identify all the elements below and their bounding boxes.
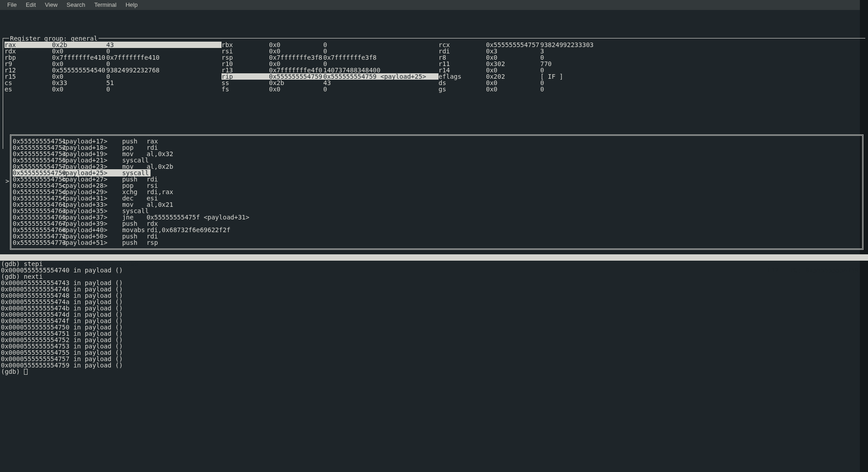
- register-r11: r110x302770: [439, 61, 656, 67]
- console-line: (gdb) nexti: [1, 273, 123, 280]
- register-r9: r90x00: [5, 61, 222, 67]
- disasm-line: 0x555555554753 <payload+19> moval,0x32: [13, 151, 861, 157]
- gdb-prompt[interactable]: (gdb): [1, 368, 123, 375]
- cursor: [24, 369, 28, 375]
- current-instruction-marker: >: [5, 178, 9, 184]
- status-bar: native process 22269 In: payload L?? PC:…: [0, 254, 868, 261]
- register-r13: r130x7fffffffe4f0140737488348400: [222, 67, 439, 73]
- console-line: 0x0000555555554759 in payload (): [1, 362, 123, 368]
- disasm-line: 0x555555554763 <payload+35> syscall: [13, 208, 861, 214]
- register-cs: cs0x3351: [5, 80, 222, 86]
- console-line: 0x000055555555474b in payload (): [1, 305, 123, 311]
- register-rsp: rsp0x7fffffffe3f80x7fffffffe3f8: [222, 54, 439, 61]
- panel-border: [3, 38, 865, 38]
- disasm-line: 0x555555554773 <payload+51> pushrsp: [13, 239, 861, 246]
- console-line: 0x0000555555554755 in payload (): [1, 349, 123, 356]
- menu-terminal[interactable]: Terminal: [90, 2, 121, 8]
- register-rax: rax0x2b43: [5, 42, 222, 48]
- menu-file[interactable]: File: [3, 2, 21, 8]
- register-rsi: rsi0x00: [222, 48, 439, 54]
- terminal-area[interactable]: Register group: general rax0x2b43rbx0x00…: [0, 10, 868, 149]
- register-rbp: rbp0x7fffffffe4100x7fffffffe410: [5, 54, 222, 61]
- console-line: 0x0000555555554748 in payload (): [1, 292, 123, 299]
- console-line: 0x0000555555554752 in payload (): [1, 337, 123, 343]
- disasm-line: 0x55555555475c <payload+28> poprsi: [13, 182, 861, 189]
- disasm-line: 0x555555554768 <payload+40> movabsrdi,0x…: [13, 227, 861, 233]
- console-line: 0x0000555555554750 in payload (): [1, 324, 123, 330]
- disasm-line: 0x555555554751 <payload+17> pushrax: [13, 138, 861, 144]
- menu-view[interactable]: View: [40, 2, 62, 8]
- console-line: 0x0000555555554740 in payload (): [1, 267, 123, 273]
- console-line: (gdb) stepi: [1, 261, 123, 267]
- register-rdx: rdx0x00: [5, 48, 222, 54]
- panel-border: [3, 38, 3, 149]
- disasm-line: 0x555555554761 <payload+33> moval,0x21: [13, 201, 861, 208]
- register-ss: ss0x2b43: [222, 80, 439, 86]
- disasm-line: 0x555555554757 <payload+23> moval,0x2b: [13, 163, 861, 170]
- register-rcx: rcx0x55555555475793824992233303: [439, 42, 656, 48]
- register-r12: r120x55555555454093824992232768: [5, 67, 222, 73]
- disasm-line: 0x555555554752 <payload+18> poprdi: [13, 144, 861, 151]
- status-right: L?? PC: 0x555555554759: [767, 267, 863, 273]
- disasm-line: 0x55555555475d <payload+29> xchgrdi,rax: [13, 189, 861, 195]
- console-line: 0x0000555555554743 in payload (): [1, 280, 123, 286]
- register-rip: rip0x5555555547590x555555554759 <payload…: [222, 73, 439, 80]
- menu-search[interactable]: Search: [62, 2, 90, 8]
- register-eflags: eflags0x202[ IF ]: [439, 73, 656, 80]
- register-es: es0x00: [5, 86, 222, 92]
- register-r8: r80x00: [439, 54, 656, 61]
- disassembly-panel: 0x555555554751 <payload+17> pushrax0x555…: [10, 134, 863, 250]
- console-line: 0x0000555555554753 in payload (): [1, 343, 123, 349]
- register-rbx: rbx0x00: [222, 42, 439, 48]
- registers-panel: Register group: general rax0x2b43rbx0x00…: [0, 35, 865, 73]
- register-rdi: rdi0x33: [439, 48, 656, 54]
- register-r14: r140x00: [439, 67, 656, 73]
- gdb-console[interactable]: (gdb) stepi0x0000555555554740 in payload…: [1, 261, 123, 375]
- disasm-line: 0x555555554755 <payload+21> syscall: [13, 157, 861, 163]
- menu-edit[interactable]: Edit: [21, 2, 40, 8]
- register-ds: ds0x00: [439, 80, 656, 86]
- console-line: 0x0000555555554746 in payload (): [1, 286, 123, 292]
- menu-help[interactable]: Help: [121, 2, 142, 8]
- console-line: 0x0000555555554757 in payload (): [1, 356, 123, 362]
- console-line: 0x000055555555474d in payload (): [1, 311, 123, 318]
- disasm-line: 0x555555554767 <payload+39> pushrdx: [13, 220, 861, 227]
- register-r15: r150x00: [5, 73, 222, 80]
- disasm-line: 0x555555554772 <payload+50> pushrdi: [13, 233, 861, 239]
- menubar: File Edit View Search Terminal Help: [0, 0, 868, 10]
- disasm-line: 0x555555554759 <payload+25> syscall: [13, 170, 861, 176]
- registers-title: Register group: general: [9, 35, 99, 42]
- register-r10: r100x00: [222, 61, 439, 67]
- register-gs: gs0x00: [439, 86, 656, 92]
- disasm-line: 0x55555555475f <payload+31> decesi: [13, 195, 861, 201]
- console-line: 0x0000555555554751 in payload (): [1, 330, 123, 337]
- console-line: 0x000055555555474a in payload (): [1, 299, 123, 305]
- console-line: 0x000055555555474f in payload (): [1, 318, 123, 324]
- disasm-line: 0x55555555475b <payload+27> pushrdi: [13, 176, 861, 182]
- register-fs: fs0x00: [222, 86, 439, 92]
- disasm-line: 0x555555554765 <payload+37> jne0x5555555…: [13, 214, 861, 220]
